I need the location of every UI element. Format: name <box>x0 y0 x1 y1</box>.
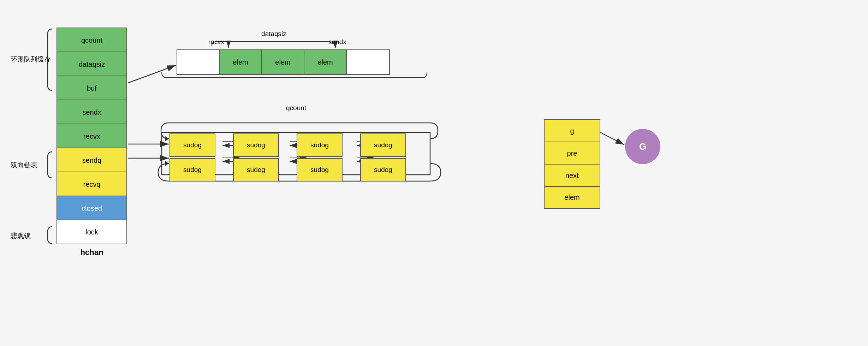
field-recvq: recvq <box>57 172 127 196</box>
buf-cell-2: elem <box>262 50 304 74</box>
arrows-svg <box>0 0 868 346</box>
sudog-r1c2: sudog <box>233 133 279 157</box>
label-sendx: sendx <box>328 38 346 46</box>
sudog-field-g: g <box>544 119 600 142</box>
sudog-r2c3: sudog <box>297 158 343 181</box>
sudog-field-elem: elem <box>544 186 600 209</box>
label-beiguan: 悲观锁 <box>11 231 31 240</box>
svg-marker-21 <box>165 136 169 141</box>
label-shuangxiang: 双向链表 <box>11 161 37 170</box>
field-recvx: recvx <box>57 124 127 148</box>
hchan-struct: qcount dataqsiz buf sendx recvx sendq re… <box>57 28 127 257</box>
g-circle: G <box>625 129 660 164</box>
field-qcount: qcount <box>57 28 127 52</box>
buf-cell-3: elem <box>304 50 347 74</box>
label-dataqsiz: dataqsiz <box>261 30 286 38</box>
field-lock: lock <box>57 220 127 244</box>
sudog-r2c2: sudog <box>233 158 279 181</box>
label-huanxing: 环形队列缓存 <box>11 55 51 64</box>
sudog-row2: sudog sudog sudog sudog <box>170 158 406 181</box>
hchan-title: hchan <box>57 248 127 257</box>
label-qcount: qcount <box>286 104 306 112</box>
sudog-r2c1: sudog <box>170 158 215 181</box>
svg-marker-22 <box>165 161 169 166</box>
buf-cell-4 <box>347 50 389 74</box>
sudog-r2c4: sudog <box>360 158 406 181</box>
diagram: qcount dataqsiz buf sendx recvx sendq re… <box>0 0 868 346</box>
field-closed: closed <box>57 196 127 220</box>
field-sendq: sendq <box>57 148 127 172</box>
buf-array: recvx sendx dataqsiz qcount elem elem el… <box>177 49 390 75</box>
sudog-detail: g pre next elem sudog <box>544 120 600 209</box>
buf-cell-0 <box>177 50 220 74</box>
label-recvx: recvx <box>208 38 224 46</box>
sudog-field-pre: pre <box>544 142 600 165</box>
buf-cell-1: elem <box>220 50 262 74</box>
svg-line-2 <box>128 65 176 83</box>
sudog-field-next: next <box>544 164 600 187</box>
svg-line-19 <box>600 132 624 145</box>
sudog-r1c3: sudog <box>297 133 343 157</box>
sudog-r1c4: sudog <box>360 133 406 157</box>
sudog-r1c1: sudog <box>170 133 215 157</box>
field-buf: buf <box>57 76 127 100</box>
sudog-row1: sudog sudog sudog sudog <box>170 133 406 157</box>
field-sendx: sendx <box>57 100 127 124</box>
field-dataqsiz: dataqsiz <box>57 52 127 76</box>
